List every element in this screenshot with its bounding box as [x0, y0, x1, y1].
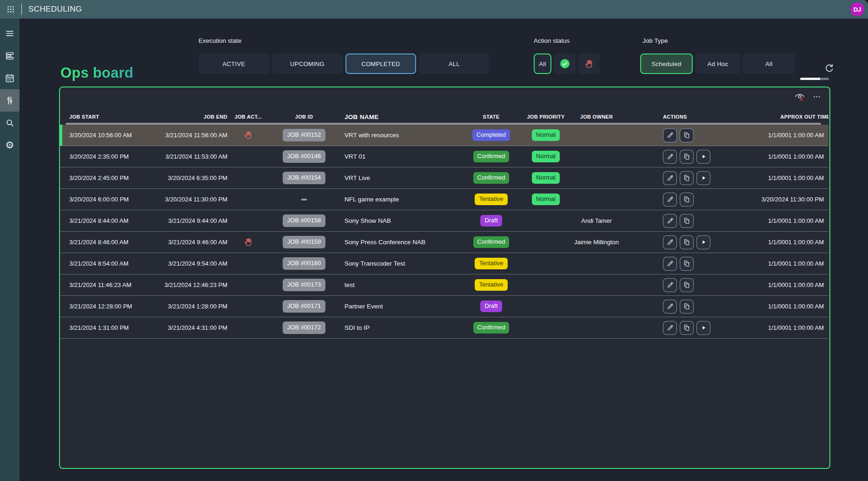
state-cell: Tentative	[462, 253, 520, 274]
execution-state-group: ACTIVEUPCOMINGCOMPLETEDALL	[199, 53, 490, 74]
job-type-ad-hoc-button[interactable]: Ad Hoc	[696, 53, 740, 74]
column-header-owner[interactable]: JOB OWNER	[571, 111, 622, 123]
app-launcher-button[interactable]	[0, 0, 21, 19]
job-id-badge: JOB #00172	[283, 321, 325, 334]
edit-icon	[666, 302, 674, 310]
job-end-cell: 3/21/2024 1:28:00 PM	[160, 296, 227, 317]
refresh-button[interactable]	[822, 61, 836, 75]
avatar[interactable]: DJ	[850, 2, 864, 16]
edit-button[interactable]	[663, 278, 677, 292]
edit-button[interactable]	[663, 150, 677, 164]
column-header-label: JOB PRIORITY	[527, 114, 564, 120]
copy-button[interactable]	[680, 321, 694, 335]
column-header-label: ACTIONS	[663, 114, 687, 120]
job-name-cell: test	[339, 274, 462, 295]
copy-button[interactable]	[680, 235, 694, 249]
job-start-cell: 3/21/2024 8:44:00 AM	[60, 210, 160, 231]
edit-button[interactable]	[663, 214, 677, 228]
play-button[interactable]	[696, 150, 710, 164]
sidebar-item-calendar[interactable]	[0, 67, 20, 89]
actions-cell	[622, 167, 742, 188]
play-button[interactable]	[696, 321, 710, 335]
job-action-cell	[227, 146, 269, 167]
actions-cell	[622, 232, 742, 253]
job-priority-cell	[520, 210, 571, 231]
copy-button[interactable]	[680, 257, 694, 271]
copy-button[interactable]	[680, 300, 694, 314]
actions-cell	[622, 296, 742, 317]
more-options-button[interactable]	[812, 92, 822, 103]
edit-button[interactable]	[663, 321, 677, 335]
copy-button[interactable]	[680, 171, 694, 185]
job-name-cell: VRT with resources	[339, 125, 462, 146]
copy-button[interactable]	[680, 278, 694, 292]
play-button[interactable]	[696, 171, 710, 185]
sidebar-item-jobs[interactable]	[0, 45, 20, 67]
job-id-cell: JOB #00146	[269, 146, 339, 167]
button-label: UPCOMING	[290, 60, 325, 67]
column-header-actions[interactable]: ACTIONS	[622, 111, 742, 123]
column-header-priority[interactable]: JOB PRIORITY	[520, 111, 571, 123]
column-header-job-name[interactable]: JOB NAME	[339, 111, 462, 123]
copy-icon	[683, 324, 691, 332]
edit-button[interactable]	[663, 257, 677, 271]
play-button[interactable]	[696, 235, 710, 249]
job-name-cell: Sony Press Conference NAB	[339, 232, 462, 253]
hand-icon	[244, 237, 253, 247]
table-row[interactable]: 3/21/2024 8:46:00 AM3/21/2024 9:46:00 AM…	[60, 232, 828, 253]
hand-icon	[584, 59, 594, 69]
column-header-job-id[interactable]: JOB ID	[269, 111, 339, 123]
more-options-icon	[812, 92, 822, 102]
sidebar-item-ops-board[interactable]	[0, 89, 20, 112]
column-header-label: JOB ID	[295, 114, 313, 120]
edit-button[interactable]	[663, 171, 677, 185]
main-content: Ops board Execution state ACTIVEUPCOMING…	[20, 19, 868, 481]
edit-button[interactable]	[663, 193, 677, 207]
edit-button[interactable]	[663, 235, 677, 249]
edit-button[interactable]	[663, 300, 677, 314]
table-row[interactable]: 3/21/2024 12:28:00 PM3/21/2024 1:28:00 P…	[60, 296, 828, 317]
job-start-cell: 3/20/2024 10:56:00 AM	[60, 125, 160, 146]
state-cell: Confirmed	[462, 232, 520, 253]
column-header-job-action[interactable]: JOB ACT...	[227, 111, 269, 123]
job-id-cell: JOB #00173	[269, 274, 339, 295]
table-row[interactable]: 3/21/2024 8:54:00 AM3/21/2024 9:54:00 AM…	[60, 253, 828, 274]
sidebar-item-settings[interactable]: ⚙	[0, 134, 20, 156]
column-header-approx-out[interactable]: APPROX OUT TIME	[742, 111, 828, 123]
table-row[interactable]: 3/20/2024 2:35:00 PM3/21/2024 11:53:00 A…	[60, 146, 828, 167]
table-row[interactable]: 3/20/2024 10:56:00 AM3/21/2024 11:56:00 …	[60, 125, 828, 146]
app-root: SCHEDULING DJ ⚙ Ops board Execution stat…	[0, 0, 868, 481]
execution-state-upcoming-button[interactable]: UPCOMING	[272, 53, 343, 74]
column-header-state[interactable]: STATE	[462, 111, 520, 123]
action-status-approved-button[interactable]	[554, 53, 576, 74]
job-type-all-button[interactable]: All	[743, 53, 795, 74]
table-row[interactable]: 3/21/2024 11:46:23 AM3/21/2024 12:46:23 …	[60, 274, 828, 296]
copy-button[interactable]	[680, 193, 694, 207]
edit-icon	[666, 195, 674, 203]
copy-button[interactable]	[680, 214, 694, 228]
execution-state-all-button[interactable]: ALL	[419, 53, 490, 74]
action-status-all-button[interactable]: All	[534, 53, 551, 74]
copy-button[interactable]	[680, 128, 694, 142]
execution-state-completed-button[interactable]: COMPLETED	[345, 53, 416, 74]
button-label: COMPLETED	[361, 60, 400, 67]
column-header-job-start[interactable]: JOB START	[60, 111, 160, 123]
progress-track	[820, 78, 829, 80]
edit-button[interactable]	[663, 128, 677, 142]
execution-state-active-button[interactable]: ACTIVE	[199, 53, 269, 74]
sidebar-item-search[interactable]	[0, 112, 20, 134]
table-row[interactable]: 3/21/2024 8:44:00 AM3/21/2024 9:44:00 AM…	[60, 210, 828, 232]
column-header-job-end[interactable]: JOB END	[160, 111, 227, 123]
table-row[interactable]: 3/20/2024 2:45:00 PM3/20/2024 6:35:00 PM…	[60, 167, 828, 189]
copy-button[interactable]	[680, 150, 694, 164]
eye-off-button[interactable]	[794, 91, 805, 104]
play-icon	[700, 153, 707, 160]
approx-out-time-cell: 1/1/0001 1:00:00 AM	[742, 210, 828, 231]
sidebar-item-menu[interactable]	[0, 22, 20, 45]
job-type-scheduled-button[interactable]: Scheduled	[640, 53, 693, 74]
table-row[interactable]: 3/21/2024 1:31:00 PM3/21/2024 4:31:00 PM…	[60, 317, 828, 339]
action-status-manual-button[interactable]	[578, 53, 600, 74]
job-priority-cell: Normal	[520, 125, 571, 146]
table-row[interactable]: 3/20/2024 6:00:00 PM3/20/2024 11:30:00 P…	[60, 189, 828, 210]
state-badge: Confirmed	[473, 236, 510, 247]
